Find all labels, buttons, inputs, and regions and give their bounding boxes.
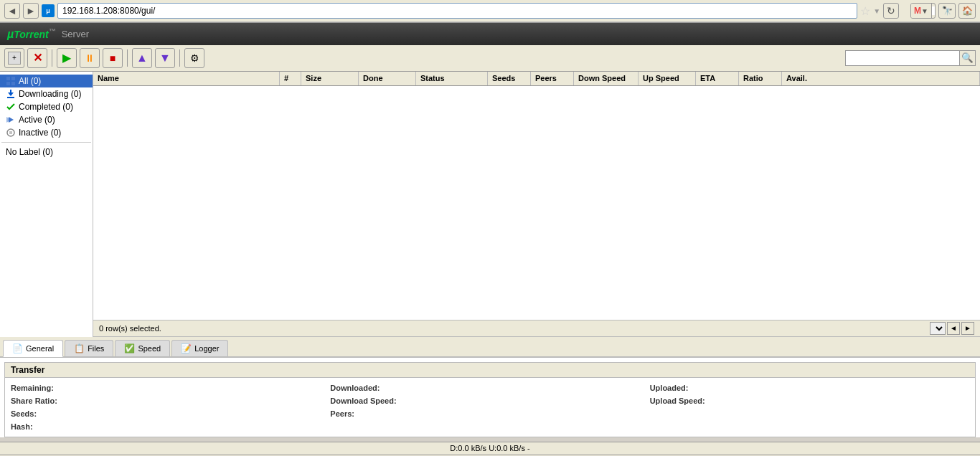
back-button[interactable]: ◄ <box>4 3 20 19</box>
stop-button[interactable]: ■ <box>103 48 123 68</box>
toolbar-search-input[interactable] <box>845 50 960 66</box>
toolbar-search-button[interactable]: 🔍 <box>960 50 976 66</box>
app-window: µTorrent™ Server + ✕ ▶ ⏸ ■ ▲ ▼ ⚙ 🔍 <box>0 23 980 437</box>
grid-icon <box>6 76 16 86</box>
content-area: Name # Size Done Status Seeds Peers Down… <box>93 72 980 337</box>
pause-button[interactable]: ⏸ <box>80 48 100 68</box>
details-panel: Transfer Remaining: Downloaded: Uploaded… <box>0 357 980 437</box>
tab-speed-label: Speed <box>138 344 161 353</box>
col-avail[interactable]: Avail. <box>782 72 980 85</box>
col-ratio[interactable]: Ratio <box>739 72 782 85</box>
search-engine-btn[interactable]: M ▼ <box>911 4 932 18</box>
svg-rect-2 <box>6 82 10 85</box>
tab-general-label: General <box>26 344 54 353</box>
peers-label: Peers: <box>330 409 354 418</box>
forward-button[interactable]: ► <box>23 3 39 19</box>
start-button[interactable]: ▶ <box>57 48 77 68</box>
table-body[interactable] <box>93 86 980 320</box>
upload-speed-row: Upload Speed: <box>650 396 969 405</box>
title-bar: µTorrent™ Server <box>0 23 980 45</box>
browser-search-input[interactable] <box>932 6 935 15</box>
download-speed-row: Download Speed: <box>330 396 649 405</box>
col-done[interactable]: Done <box>359 72 416 85</box>
home-button[interactable]: 🏠 <box>958 3 976 19</box>
sidebar-item-downloading[interactable]: Downloading (0) <box>0 87 93 100</box>
bookmark-star[interactable]: ☆ <box>860 4 870 18</box>
download-icon <box>6 89 16 99</box>
download-speed-label: Download Speed: <box>330 396 396 405</box>
sidebar-item-inactive-label: Inactive (0) <box>19 128 61 138</box>
col-up-speed[interactable]: Up Speed <box>639 72 696 85</box>
sidebar-item-active[interactable]: Active (0) <box>0 113 93 126</box>
refresh-button[interactable]: ↻ <box>883 3 899 19</box>
col-peers[interactable]: Peers <box>531 72 574 85</box>
col-name[interactable]: Name <box>93 72 280 85</box>
tab-logger-label: Logger <box>194 344 219 353</box>
svg-rect-0 <box>6 77 10 80</box>
sidebar-item-inactive[interactable]: Inactive (0) <box>0 126 93 139</box>
col-num[interactable]: # <box>280 72 301 85</box>
sidebar-item-all[interactable]: All (0) <box>0 75 93 87</box>
transfer-section-title: Transfer <box>5 363 975 378</box>
tools-button[interactable]: 🔭 <box>938 3 956 19</box>
tabs-bar: 📄 General 📋 Files ✅ Speed 📝 Logger <box>0 337 980 357</box>
sidebar-item-active-label: Active (0) <box>19 115 55 125</box>
tab-files[interactable]: 📋 Files <box>65 340 113 356</box>
svg-rect-1 <box>11 77 15 80</box>
svg-rect-5 <box>10 90 11 93</box>
tab-general[interactable]: 📄 General <box>3 340 63 357</box>
sidebar-item-no-label-text: No Label (0) <box>6 147 53 157</box>
col-eta[interactable]: ETA <box>696 72 739 85</box>
svg-rect-3 <box>11 82 15 85</box>
sidebar-item-completed-label: Completed (0) <box>19 102 73 112</box>
next-page-button[interactable]: ► <box>961 322 974 335</box>
seeds-label: Seeds: <box>11 409 37 418</box>
hash-row: Hash: <box>11 422 330 431</box>
remove-button[interactable]: ✕ <box>27 48 47 68</box>
move-up-button[interactable]: ▲ <box>132 48 152 68</box>
col-down-speed[interactable]: Down Speed <box>574 72 639 85</box>
remaining-label: Remaining: <box>11 384 54 392</box>
downloaded-row: Downloaded: <box>330 384 649 392</box>
empty-row-2 <box>330 422 649 431</box>
sidebar-item-all-label: All (0) <box>19 76 41 86</box>
bottom-status-text: D:0.0 kB/s U:0.0 kB/s - <box>450 444 529 452</box>
share-ratio-row: Share Ratio: <box>11 396 330 405</box>
app-toolbar: + ✕ ▶ ⏸ ■ ▲ ▼ ⚙ 🔍 <box>0 45 980 72</box>
empty-row-3 <box>650 422 969 431</box>
hash-label: Hash: <box>11 422 33 431</box>
inactive-icon <box>6 128 16 138</box>
empty-row-1 <box>650 409 969 418</box>
toolbar-search-area: 🔍 <box>845 50 976 66</box>
svg-rect-6 <box>7 97 14 98</box>
check-icon <box>6 102 16 112</box>
svg-marker-10 <box>9 131 12 134</box>
remaining-row: Remaining: <box>11 384 330 392</box>
table-header: Name # Size Done Status Seeds Peers Down… <box>93 72 980 86</box>
sidebar-item-no-label[interactable]: No Label (0) <box>0 146 93 158</box>
toolbar-separator-1 <box>52 49 52 67</box>
main-layout: All (0) Downloading (0) Completed (0) Ac… <box>0 72 980 337</box>
peers-row: Peers: <box>330 409 649 418</box>
general-tab-icon: 📄 <box>12 343 23 353</box>
settings-button[interactable]: ⚙ <box>184 48 204 68</box>
tab-speed[interactable]: ✅ Speed <box>115 340 170 356</box>
col-seeds[interactable]: Seeds <box>488 72 531 85</box>
col-status[interactable]: Status <box>416 72 488 85</box>
page-select[interactable] <box>930 322 946 335</box>
add-torrent-button[interactable]: + <box>4 48 24 68</box>
star-dropdown[interactable]: ▼ <box>873 7 880 15</box>
browser-chrome: ◄ ► μ ☆ ▼ ↻ M ▼ 🔭 🏠 <box>0 0 980 23</box>
share-ratio-label: Share Ratio: <box>11 396 57 405</box>
address-bar[interactable] <box>57 3 857 19</box>
tab-logger[interactable]: 📝 Logger <box>171 340 228 356</box>
sidebar-item-completed[interactable]: Completed (0) <box>0 100 93 113</box>
search-engine-area: M ▼ <box>910 3 936 19</box>
selected-rows-text: 0 row(s) selected. <box>99 324 161 333</box>
move-down-button[interactable]: ▼ <box>155 48 175 68</box>
seeds-row: Seeds: <box>11 409 330 418</box>
app-logo: µTorrent™ <box>7 27 56 41</box>
prev-page-button[interactable]: ◄ <box>947 322 960 335</box>
col-size[interactable]: Size <box>301 72 359 85</box>
app-subtitle: Server <box>62 29 89 39</box>
